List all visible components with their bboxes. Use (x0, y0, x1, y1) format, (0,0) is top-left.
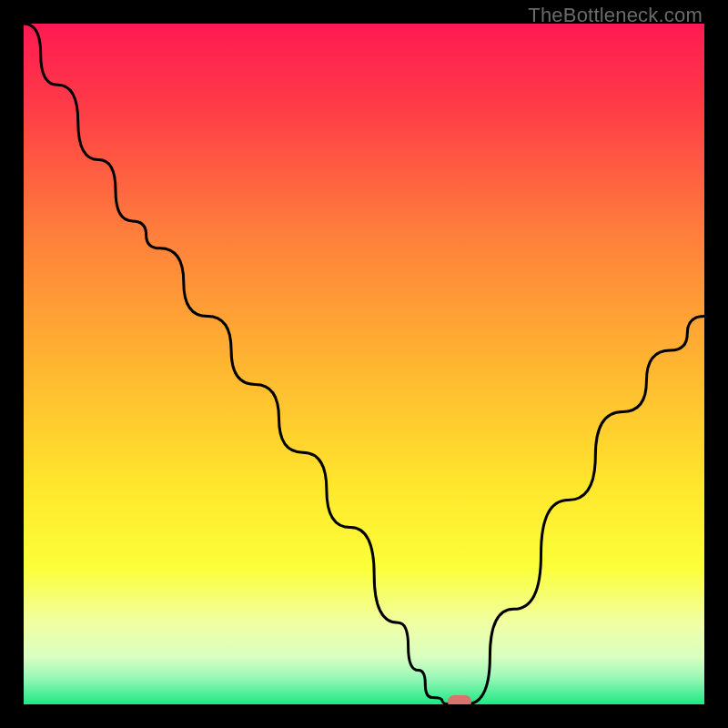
optimal-point-marker (448, 695, 471, 704)
chart-container: TheBottleneck.com (0, 0, 728, 728)
plot-area (24, 24, 704, 704)
bottleneck-curve (24, 24, 704, 704)
watermark-text: TheBottleneck.com (528, 4, 703, 27)
